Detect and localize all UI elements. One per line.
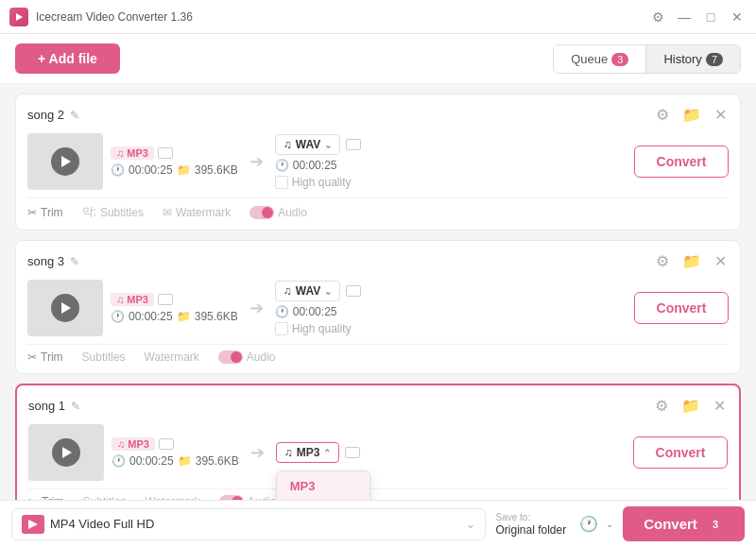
song1-header: song 1 ✎ ⚙ 📁 ✕ (28, 395, 728, 417)
song1-footer: ✂ Trim Subtitles Watermark Audio (28, 488, 728, 500)
song1-card: song 1 ✎ ⚙ 📁 ✕ ♫ MP3 🕐 00:00:25 (15, 384, 741, 500)
output3-screen-icon (346, 285, 361, 297)
song3-settings-icon[interactable]: ⚙ (654, 250, 671, 272)
bottom-icons: 🕐 ⌄ (576, 511, 613, 537)
song1-convert-button[interactable]: Convert (633, 436, 728, 469)
song2-audio-toggle[interactable] (249, 206, 274, 219)
song3-output-format: WAV (296, 284, 320, 298)
song1-output-info: ♫ MP3 ⌃ MP3 WAV M4A WMA (276, 442, 626, 463)
song3-subtitles[interactable]: Subtitles (82, 350, 126, 364)
song3-watermark[interactable]: Watermark (145, 350, 199, 364)
song3-quality-row: High quality (275, 322, 627, 335)
maximize-button[interactable]: □ (701, 8, 720, 26)
bottom-chevron-icon: ⌄ (606, 519, 613, 529)
history-label: History (663, 52, 701, 66)
song3-convert-button[interactable]: Convert (634, 292, 729, 324)
song2-convert-button[interactable]: Convert (634, 145, 729, 178)
output1-screen-icon (345, 447, 360, 458)
song1-folder-icon[interactable]: 📁 (679, 395, 702, 417)
song2-audio[interactable]: Audio (249, 206, 307, 219)
music-icon: ♫ (284, 138, 292, 151)
global-format-label: MP4 Video Full HD (50, 517, 460, 531)
song3-output-duration: 🕐 00:00:25 (275, 305, 627, 318)
song3-thumbnail (27, 280, 103, 336)
toolbar: + Add file Queue3 History7 (0, 34, 756, 84)
song1-title: song 1 (28, 399, 65, 413)
song3-card: song 3 ✎ ⚙ 📁 ✕ ♫ MP3 🕐 00:00:25 (15, 240, 741, 374)
song3-audio[interactable]: Audio (218, 350, 276, 364)
subtitles-icon: 막; (82, 204, 96, 220)
song1-output-format-row: ♫ MP3 ⌃ (276, 442, 626, 463)
close-button[interactable]: ✕ (728, 8, 747, 26)
song3-watermark-label: Watermark (145, 350, 199, 364)
song2-edit-icon[interactable]: ✎ (70, 109, 79, 122)
song3-output-info: ♫ WAV ⌄ 🕐 00:00:25 High quality (275, 281, 627, 335)
song3-close-icon[interactable]: ✕ (713, 250, 729, 272)
minimize-button[interactable]: — (675, 8, 694, 26)
song3-folder-icon[interactable]: 📁 (680, 250, 703, 272)
song2-subtitles-label: Subtitles (100, 206, 144, 219)
song2-folder-icon[interactable]: 📁 (680, 104, 703, 126)
song3-duration: 00:00:25 (129, 310, 173, 323)
quality-icon (275, 176, 288, 189)
song1-file-info: ♫ MP3 🕐 00:00:25 📁 395.6KB (112, 437, 239, 468)
song3-file-info: ♫ MP3 🕐 00:00:25 📁 395.6KB (111, 293, 238, 323)
settings-icon[interactable]: ⚙ (648, 8, 667, 26)
song1-actions: ⚙ 📁 ✕ (653, 395, 728, 417)
song3-format-selector[interactable]: ♫ WAV ⌄ (275, 281, 340, 301)
app-title: Icecream Video Converter 1.36 (36, 10, 193, 24)
quality3-icon (275, 322, 288, 335)
song2-play-button[interactable] (51, 147, 79, 176)
arrow-icon: ➔ (246, 151, 267, 172)
convert-all-button[interactable]: Convert 3 (623, 506, 745, 541)
song3-footer: ✂ Trim Subtitles Watermark Audio (27, 344, 729, 364)
clock3-icon: 🕐 (111, 310, 125, 323)
dropdown-item-mp3[interactable]: MP3 (277, 471, 369, 500)
song2-format-selector[interactable]: ♫ WAV ⌄ (275, 134, 340, 155)
window-controls: ⚙ — □ ✕ (648, 8, 747, 26)
clock-history-icon[interactable]: 🕐 (576, 511, 602, 537)
song2-trim-label: Trim (41, 206, 63, 219)
song2-file-info: ♫ MP3 🕐 00:00:25 📁 395.6KB (111, 146, 238, 177)
song2-header: song 2 ✎ ⚙ 📁 ✕ (27, 104, 729, 126)
song3-trim-label: Trim (41, 350, 63, 364)
convert-all-badge: 3 (707, 518, 724, 531)
scissors3-icon: ✂ (27, 350, 37, 364)
song2-thumbnail (27, 133, 103, 190)
song2-output-format-row: ♫ WAV ⌄ (275, 134, 627, 155)
queue-tab[interactable]: Queue3 (554, 45, 646, 73)
song2-close-icon[interactable]: ✕ (713, 104, 729, 126)
song3-play-button[interactable] (51, 294, 79, 322)
history-tab[interactable]: History7 (646, 45, 740, 73)
folder-icon: 📁 (177, 163, 191, 177)
song2-watermark[interactable]: ✉ Watermark (163, 206, 231, 219)
song1-duration: 00:00:25 (129, 454, 174, 468)
song3-trim-button[interactable]: ✂ Trim (27, 350, 63, 364)
song2-format-row: ♫ MP3 (111, 146, 238, 160)
song1-play-button[interactable] (52, 438, 80, 467)
song2-trim-button[interactable]: ✂ Trim (27, 206, 63, 219)
song1-thumbnail (28, 424, 104, 481)
folder1-icon: 📁 (178, 454, 192, 468)
song3-edit-icon[interactable]: ✎ (70, 255, 79, 268)
song2-actions: ⚙ 📁 ✕ (654, 104, 729, 126)
add-file-button[interactable]: + Add file (15, 43, 120, 74)
song2-subtitles[interactable]: 막; Subtitles (82, 204, 144, 220)
song1-audio-toggle[interactable] (219, 495, 244, 500)
song2-title: song 2 (27, 108, 64, 122)
song1-settings-icon[interactable]: ⚙ (653, 395, 670, 417)
global-format-selector[interactable]: MP4 Video Full HD ⌄ (11, 508, 486, 540)
format-icon (22, 515, 44, 534)
song3-format-row: ♫ MP3 (111, 293, 238, 306)
watermark-icon: ✉ (163, 206, 172, 219)
song2-settings-icon[interactable]: ⚙ (654, 104, 671, 126)
clock2-icon: 🕐 (275, 159, 289, 172)
song3-size: 395.6KB (195, 310, 238, 323)
song1-input-format: ♫ MP3 (112, 437, 155, 451)
song2-output-duration: 🕐 00:00:25 (275, 159, 627, 172)
song1-close-icon[interactable]: ✕ (712, 395, 728, 417)
song1-format-selector[interactable]: ♫ MP3 ⌃ (276, 442, 340, 463)
song2-footer: ✂ Trim 막; Subtitles ✉ Watermark Audio (27, 197, 729, 220)
song3-audio-toggle[interactable] (218, 350, 243, 364)
song1-edit-icon[interactable]: ✎ (71, 400, 80, 413)
